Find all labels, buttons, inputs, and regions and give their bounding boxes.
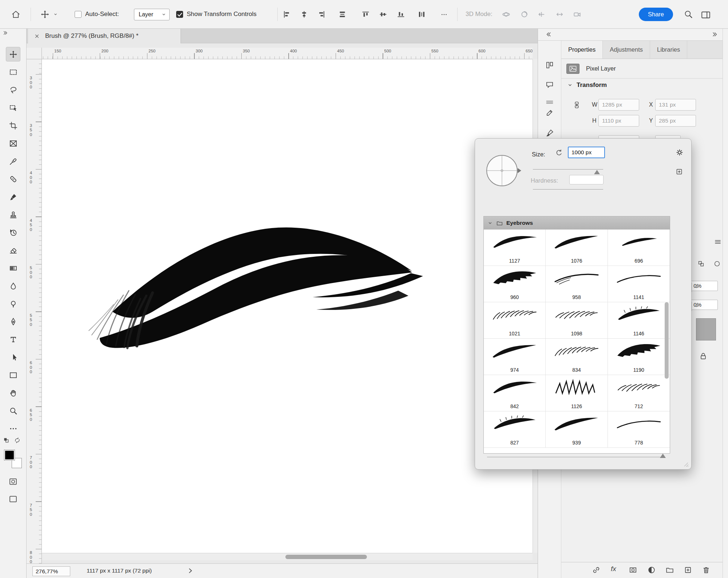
chevron-down-icon[interactable] — [692, 283, 701, 292]
brush-preset-1190[interactable]: 1190 — [608, 339, 670, 375]
brush-tip-icon[interactable] — [545, 129, 554, 137]
hardness-input[interactable] — [569, 175, 604, 184]
new-layer-icon[interactable] — [684, 566, 692, 574]
link-layers-icon[interactable] — [592, 566, 601, 574]
zoom-tool[interactable] — [6, 403, 20, 418]
healing-brush-tool[interactable] — [6, 172, 20, 186]
distribute-h-icon[interactable] — [418, 11, 426, 18]
search-icon[interactable] — [684, 9, 693, 19]
layer-mask-icon[interactable] — [629, 566, 637, 574]
width-field[interactable]: 1285 px — [598, 99, 639, 111]
resize-grip-icon[interactable] — [682, 461, 689, 467]
object-selection-tool[interactable] — [6, 100, 20, 115]
new-brush-icon[interactable] — [675, 168, 683, 176]
brush-preset-974[interactable]: 974 — [484, 339, 546, 375]
type-tool[interactable] — [6, 332, 20, 347]
brush-settings-icon[interactable] — [545, 108, 554, 117]
swap-colors-icon[interactable] — [14, 437, 21, 444]
brush-preset-1098[interactable]: 1098 — [546, 302, 608, 339]
brush-preset-958[interactable]: 958 — [546, 266, 608, 302]
frame-tool[interactable] — [6, 136, 20, 151]
chevron-down-icon[interactable] — [692, 302, 701, 311]
share-button[interactable]: Share — [639, 8, 673, 21]
layer-effects-icon[interactable]: fx — [611, 565, 616, 573]
brush-preset-960[interactable]: 960 — [484, 266, 546, 302]
gear-icon[interactable] — [675, 148, 684, 157]
x-field[interactable]: 131 px — [655, 99, 696, 111]
path-selection-tool[interactable] — [6, 350, 20, 364]
adjustment-layer-icon[interactable] — [647, 566, 656, 574]
close-tab-icon[interactable] — [34, 33, 40, 39]
brush-preset-1021[interactable]: 1021 — [484, 302, 546, 339]
brush-preset-1076[interactable]: 1076 — [546, 230, 608, 266]
size-slider-thumb[interactable] — [594, 170, 600, 174]
board-icon[interactable] — [545, 61, 554, 69]
history-brush-tool[interactable] — [6, 225, 20, 240]
foreground-color-swatch[interactable] — [4, 450, 15, 460]
dodge-tool[interactable] — [6, 296, 20, 311]
default-colors-icon[interactable] — [3, 437, 10, 444]
delete-layer-icon[interactable] — [702, 566, 711, 574]
more-options-icon[interactable] — [440, 11, 448, 18]
auto-select-checkbox[interactable] — [75, 11, 82, 18]
document-tab[interactable]: Brush @ 277% (Brush, RGB/8#) * — [28, 29, 181, 43]
align-top-icon[interactable] — [362, 11, 369, 18]
hardness-slider-track[interactable] — [533, 189, 603, 190]
brush-folder-header[interactable]: Eyebrows — [484, 216, 670, 230]
clone-stamp-tool[interactable] — [6, 207, 20, 222]
panel-toggle-icon[interactable] — [701, 10, 711, 20]
show-transform-checkbox[interactable] — [176, 11, 183, 18]
reset-size-icon[interactable] — [555, 149, 563, 157]
eyedropper-tool[interactable] — [6, 154, 20, 168]
tab-libraries[interactable]: Libraries — [650, 41, 687, 59]
chevron-right-icon[interactable] — [187, 567, 194, 574]
layer-group-icon[interactable] — [665, 566, 674, 574]
brush-preset-712[interactable]: 712 — [608, 375, 670, 411]
brush-preset-1127[interactable]: 1127 — [484, 230, 546, 266]
screen-mode-icon[interactable] — [8, 494, 18, 504]
align-bottom-icon[interactable] — [397, 11, 405, 18]
chevron-down-icon[interactable] — [53, 12, 58, 17]
size-slider-track[interactable] — [533, 169, 603, 170]
rectangle-tool[interactable] — [6, 368, 20, 382]
transform-section-header[interactable]: Transform — [561, 81, 607, 89]
brush-preset-842[interactable]: 842 — [484, 375, 546, 411]
collapse-dock-icon[interactable] — [712, 31, 718, 37]
brush-preset-834[interactable]: 834 — [546, 339, 608, 375]
crop-tool[interactable] — [6, 118, 20, 133]
brush-preset-696[interactable]: 696 — [608, 230, 670, 266]
lock-icon[interactable] — [699, 352, 708, 360]
expand-toolbar-icon[interactable] — [3, 30, 8, 36]
brush-tool[interactable] — [6, 190, 20, 204]
align-middle-v-icon[interactable] — [379, 11, 387, 18]
distribute-v-icon[interactable] — [339, 11, 346, 18]
move-tool-preset-icon[interactable] — [40, 9, 50, 19]
list-scrollbar-thumb[interactable] — [665, 302, 669, 379]
link-dimensions-icon[interactable] — [573, 101, 581, 109]
move-tool[interactable] — [6, 47, 20, 61]
align-left-icon[interactable] — [283, 11, 290, 18]
preview-size-slider-thumb[interactable] — [660, 454, 666, 458]
brush-preset-939[interactable]: 939 — [546, 411, 608, 448]
height-field[interactable]: 1110 px — [598, 115, 639, 127]
pen-tool[interactable] — [6, 314, 20, 329]
gradient-tool[interactable] — [6, 261, 20, 275]
home-icon[interactable] — [11, 9, 21, 19]
layer-select-dropdown[interactable]: Layer — [134, 9, 170, 20]
panel-menu-icon[interactable] — [714, 238, 722, 246]
marquee-tool[interactable] — [6, 65, 20, 79]
brush-angle-widget[interactable] — [482, 151, 522, 190]
y-field[interactable]: 285 px — [655, 115, 696, 127]
hand-tool[interactable] — [6, 386, 20, 400]
quick-mask-icon[interactable] — [8, 477, 18, 486]
eraser-tool[interactable] — [6, 243, 20, 258]
brush-preset-1141[interactable]: 1141 — [608, 266, 670, 302]
canvas[interactable] — [42, 59, 533, 553]
blend-options-icon[interactable] — [697, 260, 705, 267]
tab-adjustments[interactable]: Adjustments — [603, 41, 650, 59]
brush-preset-778[interactable]: 778 — [608, 411, 670, 448]
lasso-tool[interactable] — [6, 83, 20, 97]
collapse-strip-icon[interactable] — [545, 31, 551, 37]
brush-preset-827[interactable]: 827 — [484, 411, 546, 448]
brush-preset-1146[interactable]: 1146 — [608, 302, 670, 339]
